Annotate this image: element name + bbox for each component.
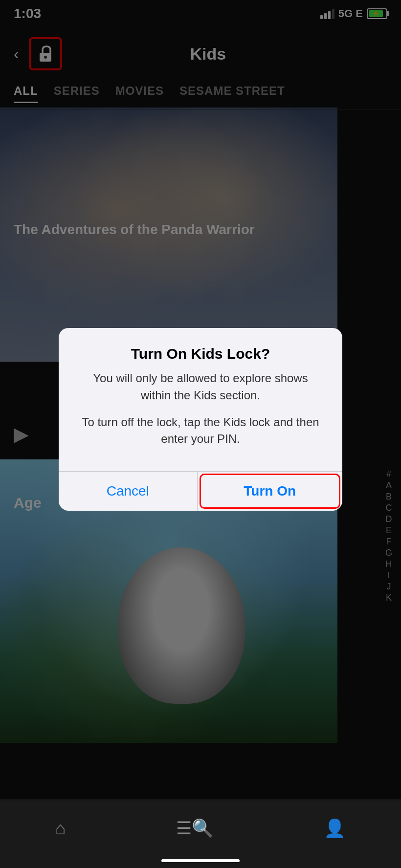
nav-search[interactable]: ☰🔍	[176, 818, 214, 839]
dialog-actions: Cancel Turn On	[59, 472, 342, 511]
nav-home[interactable]: ⌂	[55, 818, 66, 839]
search-icon: ☰🔍	[176, 818, 214, 839]
dialog-text-2: To turn off the lock, tap the Kids lock …	[78, 414, 323, 448]
cancel-button[interactable]: Cancel	[59, 472, 197, 511]
nav-profile[interactable]: 👤	[324, 818, 346, 839]
dialog-title: Turn On Kids Lock?	[78, 346, 323, 362]
dialog-divider-v	[197, 472, 198, 511]
dialog-body: Turn On Kids Lock? You will only be allo…	[59, 328, 342, 471]
home-icon: ⌂	[55, 818, 66, 839]
kids-lock-dialog: Turn On Kids Lock? You will only be allo…	[59, 328, 342, 511]
bottom-nav: ⌂ ☰🔍 👤	[0, 800, 401, 868]
turn-on-button[interactable]: Turn On	[200, 474, 341, 509]
home-indicator	[161, 859, 240, 862]
dialog-text-1: You will only be allowed to explore show…	[78, 370, 323, 404]
modal-overlay: Turn On Kids Lock? You will only be allo…	[0, 0, 401, 868]
profile-icon: 👤	[324, 818, 346, 839]
